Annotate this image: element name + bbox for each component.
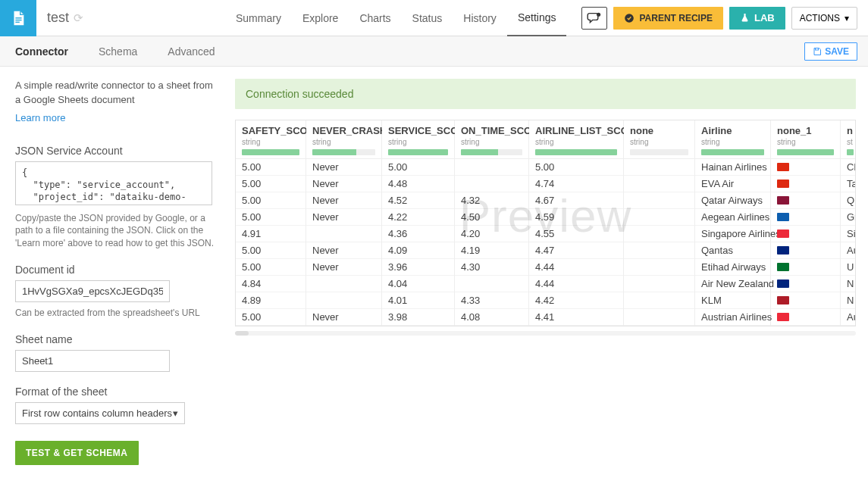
- table-cell[interactable]: 4.20: [455, 226, 528, 242]
- table-cell[interactable]: [455, 176, 528, 192]
- table-cell[interactable]: Qatar Airways: [695, 192, 770, 209]
- json-service-account-input[interactable]: [15, 161, 212, 205]
- table-cell[interactable]: 5.00: [236, 159, 306, 176]
- nav-tab-settings[interactable]: Settings: [507, 0, 567, 36]
- table-cell[interactable]: Au: [841, 309, 856, 326]
- sub-tab-advanced[interactable]: Advanced: [152, 36, 230, 67]
- table-cell[interactable]: 4.74: [529, 176, 623, 192]
- table-cell[interactable]: 3.98: [382, 309, 454, 326]
- table-cell[interactable]: 4.48: [382, 176, 454, 192]
- table-cell[interactable]: [624, 176, 694, 192]
- table-cell[interactable]: Never: [306, 192, 381, 209]
- column-header[interactable]: SAFETY_SCORE: [242, 125, 299, 136]
- table-cell[interactable]: Gr: [841, 209, 856, 226]
- table-cell[interactable]: [771, 226, 840, 242]
- table-cell[interactable]: 5.00: [236, 176, 306, 192]
- table-cell[interactable]: 4.36: [382, 226, 454, 242]
- table-cell[interactable]: U: [841, 259, 856, 276]
- nav-tab-explore[interactable]: Explore: [292, 0, 349, 36]
- column-header[interactable]: n: [847, 125, 854, 136]
- table-cell[interactable]: [455, 276, 528, 292]
- table-cell[interactable]: [771, 192, 840, 209]
- column-header[interactable]: Airline: [701, 125, 764, 136]
- table-cell[interactable]: 4.84: [236, 276, 306, 292]
- table-cell[interactable]: [771, 292, 840, 309]
- table-cell[interactable]: 4.32: [455, 192, 528, 209]
- table-cell[interactable]: 4.04: [382, 276, 454, 292]
- table-cell[interactable]: 4.91: [236, 226, 306, 242]
- table-cell[interactable]: 4.47: [529, 242, 623, 259]
- nav-tab-status[interactable]: Status: [402, 0, 453, 36]
- table-cell[interactable]: Never: [306, 242, 381, 259]
- table-cell[interactable]: [771, 259, 840, 276]
- format-select[interactable]: First row contains column headers ▾: [15, 402, 185, 424]
- nav-tab-charts[interactable]: Charts: [349, 0, 401, 36]
- table-cell[interactable]: [771, 209, 840, 226]
- table-cell[interactable]: N: [841, 292, 856, 309]
- table-cell[interactable]: [771, 276, 840, 292]
- table-cell[interactable]: 4.01: [382, 292, 454, 309]
- table-cell[interactable]: 5.00: [236, 192, 306, 209]
- table-cell[interactable]: [624, 292, 694, 309]
- table-cell[interactable]: [771, 242, 840, 259]
- table-cell[interactable]: 4.42: [529, 292, 623, 309]
- table-cell[interactable]: 3.96: [382, 259, 454, 276]
- table-cell[interactable]: Si: [841, 226, 856, 242]
- table-cell[interactable]: Au: [841, 242, 856, 259]
- column-header[interactable]: ON_TIME_SCORE: [461, 125, 522, 136]
- table-cell[interactable]: 5.00: [236, 209, 306, 226]
- refresh-icon[interactable]: ⟳: [74, 11, 83, 25]
- save-button[interactable]: SAVE: [804, 42, 857, 61]
- table-cell[interactable]: Singapore Airlines: [695, 226, 770, 242]
- nav-tab-summary[interactable]: Summary: [225, 0, 292, 36]
- sheet-name-input[interactable]: [15, 350, 170, 372]
- table-cell[interactable]: [624, 159, 694, 176]
- table-cell[interactable]: 5.00: [236, 259, 306, 276]
- table-cell[interactable]: 5.00: [236, 242, 306, 259]
- column-header[interactable]: none_1: [777, 125, 834, 136]
- table-cell[interactable]: Aegean Airlines: [695, 209, 770, 226]
- table-cell[interactable]: 5.00: [382, 159, 454, 176]
- table-cell[interactable]: [771, 176, 840, 192]
- table-cell[interactable]: Austrian Airlines: [695, 309, 770, 326]
- table-cell[interactable]: 4.50: [455, 209, 528, 226]
- table-cell[interactable]: EVA Air: [695, 176, 770, 192]
- table-cell[interactable]: Hainan Airlines: [695, 159, 770, 176]
- table-cell[interactable]: Never: [306, 176, 381, 192]
- column-header[interactable]: none: [630, 125, 688, 136]
- table-cell[interactable]: [624, 259, 694, 276]
- table-cell[interactable]: [624, 276, 694, 292]
- table-cell[interactable]: KLM: [695, 292, 770, 309]
- document-id-input[interactable]: [15, 280, 170, 302]
- table-cell[interactable]: 4.33: [455, 292, 528, 309]
- table-cell[interactable]: [771, 309, 840, 326]
- test-schema-button[interactable]: TEST & GET SCHEMA: [15, 441, 139, 465]
- table-cell[interactable]: 4.59: [529, 209, 623, 226]
- column-header[interactable]: SERVICE_SCORE: [388, 125, 448, 136]
- table-cell[interactable]: Air New Zealand: [695, 276, 770, 292]
- table-cell[interactable]: [306, 226, 381, 242]
- table-cell[interactable]: [624, 226, 694, 242]
- sub-tab-schema[interactable]: Schema: [83, 36, 152, 67]
- learn-more-link[interactable]: Learn more: [15, 112, 65, 123]
- table-cell[interactable]: Cl: [841, 159, 856, 176]
- horizontal-scrollbar[interactable]: [235, 331, 856, 336]
- table-cell[interactable]: [771, 159, 840, 176]
- table-cell[interactable]: 4.30: [455, 259, 528, 276]
- table-cell[interactable]: Never: [306, 309, 381, 326]
- table-cell[interactable]: [624, 309, 694, 326]
- actions-button[interactable]: ACTIONS ▾: [791, 7, 857, 30]
- table-cell[interactable]: 4.89: [236, 292, 306, 309]
- table-cell[interactable]: 4.19: [455, 242, 528, 259]
- table-cell[interactable]: Ta: [841, 176, 856, 192]
- table-cell[interactable]: [624, 242, 694, 259]
- table-cell[interactable]: 4.09: [382, 242, 454, 259]
- table-cell[interactable]: 5.00: [529, 159, 623, 176]
- table-cell[interactable]: 4.52: [382, 192, 454, 209]
- table-cell[interactable]: Etihad Airways: [695, 259, 770, 276]
- table-cell[interactable]: 4.41: [529, 309, 623, 326]
- table-cell[interactable]: Q: [841, 192, 856, 209]
- table-cell[interactable]: [624, 209, 694, 226]
- table-cell[interactable]: [455, 159, 528, 176]
- discussions-button[interactable]: [581, 7, 607, 30]
